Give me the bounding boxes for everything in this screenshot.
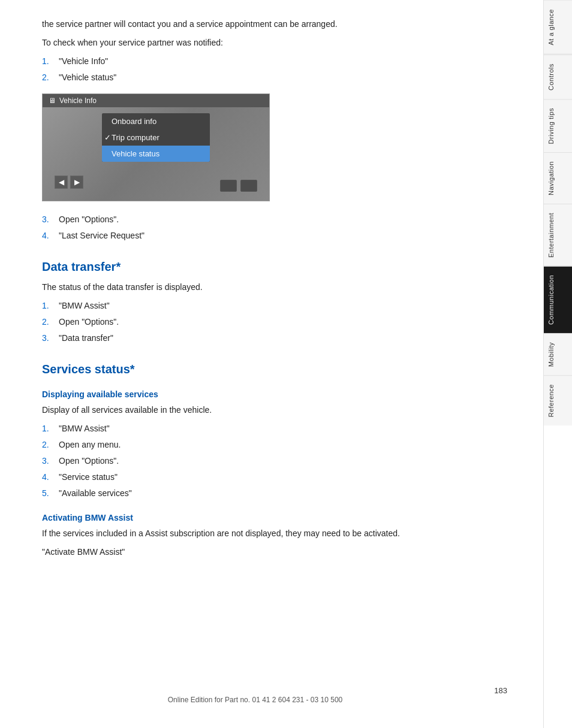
menu-item-vehicle-status: Vehicle status (102, 146, 210, 162)
activating-quote: "Activate BMW Assist" (42, 546, 507, 558)
sidebar-tab-controls[interactable]: Controls (544, 55, 572, 99)
list-item: 2. Open any menu. (42, 439, 507, 451)
page-number-container: 183 (494, 685, 507, 695)
sidebar-tab-entertainment[interactable]: Entertainment (544, 204, 572, 266)
list-item: 4. "Service status" (42, 471, 507, 484)
list-item: 1. "BMW Assist" (42, 300, 507, 312)
step-number: 5. (42, 487, 49, 500)
sidebar-tab-driving-tips[interactable]: Driving tips (544, 99, 572, 152)
main-content: the service partner will contact you and… (0, 0, 543, 728)
step-number: 1. (42, 300, 49, 312)
step-number: 4. (42, 471, 49, 484)
menu-item-onboard: Onboard info (102, 113, 210, 129)
screenshot-menu: Onboard info Trip computer Vehicle statu… (102, 113, 210, 162)
list-item: 2. Open "Options". (42, 316, 507, 328)
list-item: 5. "Available services" (42, 487, 507, 500)
page-number: 183 (494, 686, 507, 695)
sidebar-tab-reference[interactable]: Reference (544, 375, 572, 425)
step-number: 1. (42, 422, 49, 435)
list-item: 3. Open "Options". (42, 213, 507, 226)
steps-list-1: 1. "Vehicle Info" 2. "Vehicle status" (42, 55, 507, 84)
sidebar-tab-navigation[interactable]: Navigation (544, 152, 572, 204)
list-item: 1. "BMW Assist" (42, 422, 507, 435)
intro-text-2: To check when your service partner was n… (42, 37, 507, 49)
arrow-right[interactable]: ▶ (70, 176, 83, 189)
step-number: 3. (42, 213, 49, 226)
sub-heading-displaying: Displaying available services (42, 389, 507, 399)
vehicle-icon: 🖥 (49, 96, 56, 105)
steps-list-dt: 1. "BMW Assist" 2. Open "Options". 3. "D… (42, 300, 507, 345)
step-number: 2. (42, 439, 49, 451)
steps-list-2: 3. Open "Options". 4. "Last Service Requ… (42, 213, 507, 242)
sub-heading-activating: Activating BMW Assist (42, 513, 507, 522)
sidebar-tab-communication[interactable]: Communication (544, 266, 572, 333)
data-transfer-desc: The status of the data transfer is displ… (42, 281, 507, 294)
idrive-controls (220, 180, 257, 192)
page-container: the service partner will contact you and… (0, 0, 572, 728)
sidebar-tab-at-a-glance[interactable]: At a glance (544, 0, 572, 55)
screenshot-title-bar: 🖥 Vehicle Info (43, 94, 269, 107)
step-number: 1. (42, 55, 49, 68)
idrive-btn-2[interactable] (240, 180, 257, 192)
sidebar-tab-mobility[interactable]: Mobility (544, 333, 572, 375)
step-number: 3. (42, 455, 49, 467)
step-number: 4. (42, 229, 49, 242)
sidebar: At a glance Controls Driving tips Naviga… (543, 0, 572, 728)
step-number: 3. (42, 332, 49, 345)
menu-item-trip: Trip computer (102, 129, 210, 146)
arrow-left[interactable]: ◀ (55, 176, 68, 189)
list-item: 3. "Data transfer" (42, 332, 507, 345)
screenshot-title: Vehicle Info (59, 96, 97, 105)
list-item: 2. "Vehicle status" (42, 71, 507, 84)
list-item: 4. "Last Service Request" (42, 229, 507, 242)
step-number: 2. (42, 71, 49, 84)
list-item: 3. Open "Options". (42, 455, 507, 467)
nav-arrows: ◀ ▶ (55, 176, 83, 189)
footer-text: Online Edition for Part no. 01 41 2 604 … (168, 696, 343, 704)
step-number: 2. (42, 316, 49, 328)
vehicle-info-screenshot: 🖥 Vehicle Info Onboard info Trip compute… (42, 93, 270, 201)
section-heading-data-transfer: Data transfer* (42, 260, 507, 274)
activating-desc: If the services included in a Assist sub… (42, 527, 507, 540)
footer: Online Edition for Part no. 01 41 2 604 … (0, 694, 510, 704)
idrive-btn-1[interactable] (220, 180, 237, 192)
section-heading-services-status: Services status* (42, 363, 507, 376)
displaying-desc: Display of all services available in the… (42, 404, 507, 416)
list-item: 1. "Vehicle Info" (42, 55, 507, 68)
steps-list-ds: 1. "BMW Assist" 2. Open any menu. 3. Ope… (42, 422, 507, 500)
intro-text-1: the service partner will contact you and… (42, 18, 507, 31)
screenshot-overlay: 🖥 Vehicle Info Onboard info Trip compute… (43, 94, 269, 162)
